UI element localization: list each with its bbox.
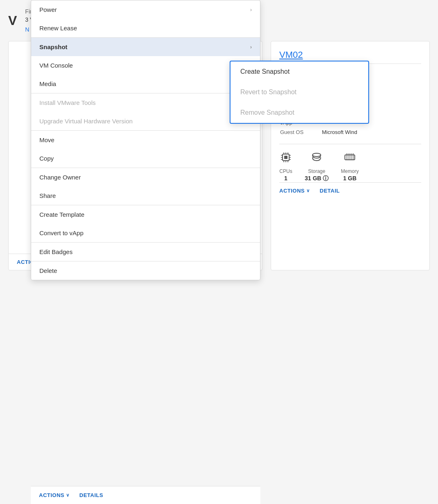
chevron-down-icon-bottom: ∨	[66, 493, 70, 498]
snapshot-submenu: Create SnapshotRevert to SnapshotRemove …	[230, 61, 369, 124]
svg-point-14	[313, 153, 321, 157]
menu-item-create-template[interactable]: Create Template	[31, 205, 260, 224]
menu-item-share[interactable]: Share	[31, 186, 260, 205]
menu-item-convert-to-vapp[interactable]: Convert to vApp	[31, 224, 260, 242]
menu-item-move[interactable]: Move	[31, 131, 260, 149]
menu-item-media[interactable]: Media›	[31, 75, 260, 93]
resource-value: 1	[279, 175, 292, 182]
resource-label: Storage	[305, 168, 328, 174]
menu-item-snapshot[interactable]: Snapshot›	[31, 38, 260, 56]
resource-value: 1 GB	[341, 175, 358, 182]
menu-item-upgrade-virtual-hardware-version: Upgrade Virtual Hardware Version	[31, 112, 260, 130]
details-button-bottom[interactable]: DETAILS	[80, 492, 103, 498]
storage-icon	[305, 151, 328, 167]
menu-item-install-vmware-tools: Install VMware Tools	[31, 93, 260, 112]
resource-value: 31 GB ⓘ	[305, 175, 328, 182]
vm-resource-storage: Storage31 GB ⓘ	[305, 151, 328, 182]
context-menu: Power›Renew LeaseSnapshot›VM Console›Med…	[31, 0, 260, 280]
vm-resource-cpu: CPUs1	[279, 151, 292, 182]
vm-title[interactable]: VM02	[279, 50, 421, 60]
submenu-chevron-icon: ›	[250, 44, 252, 50]
vm-resources: CPUs1 Storage31 GB ⓘ Memory1 GB	[279, 144, 421, 182]
details-button-right[interactable]: DETAIL	[320, 188, 340, 194]
submenu-chevron-icon: ›	[250, 7, 252, 13]
vm-detail-row: Guest OSMicrosoft Wind	[280, 128, 420, 136]
bottom-actions-bar: ACTIONS ∨ DETAILS	[31, 486, 260, 504]
menu-item-copy[interactable]: Copy	[31, 149, 260, 168]
menu-item-renew-lease[interactable]: Renew Lease	[31, 19, 260, 37]
vm-resource-memory: Memory1 GB	[341, 151, 358, 182]
memory-icon	[341, 151, 358, 167]
page-logo: V	[8, 13, 17, 28]
chevron-down-icon-right: ∨	[306, 188, 310, 193]
actions-button-bottom[interactable]: ACTIONS ∨	[39, 492, 70, 498]
submenu-item-create-snapshot[interactable]: Create Snapshot	[230, 61, 368, 82]
card-footer-right: ACTIONS ∨ DETAIL	[279, 182, 421, 199]
resource-label: Memory	[341, 168, 358, 174]
submenu-item-remove-snapshot: Remove Snapshot	[230, 102, 368, 123]
actions-button-right[interactable]: ACTIONS ∨	[279, 188, 310, 194]
resource-label: CPUs	[279, 168, 292, 174]
menu-item-edit-badges[interactable]: Edit Badges	[31, 243, 260, 261]
svg-rect-1	[284, 156, 287, 159]
submenu-item-revert-to-snapshot: Revert to Snapshot	[230, 82, 368, 102]
menu-item-delete[interactable]: Delete	[31, 261, 260, 280]
menu-item-power[interactable]: Power›	[31, 0, 260, 19]
cpu-icon	[279, 151, 292, 167]
menu-item-vm-console[interactable]: VM Console›	[31, 56, 260, 75]
menu-item-change-owner[interactable]: Change Owner	[31, 168, 260, 186]
